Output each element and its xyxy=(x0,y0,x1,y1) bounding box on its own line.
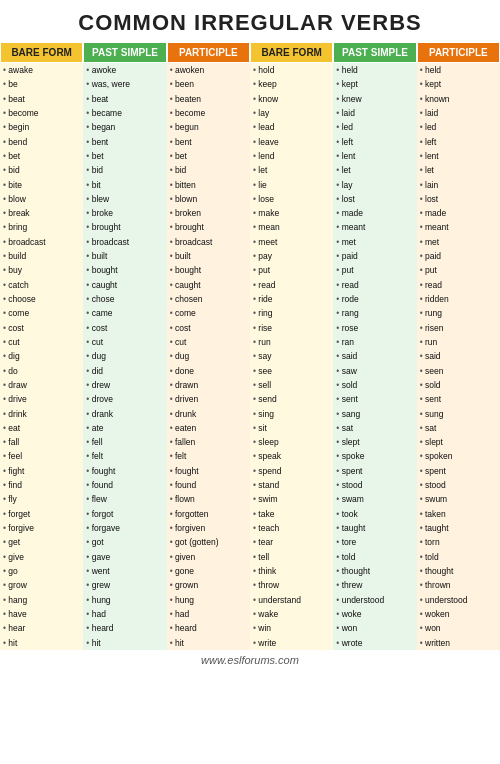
list-item: put xyxy=(333,263,416,277)
list-item: be xyxy=(0,77,83,91)
list-item: pay xyxy=(250,249,333,263)
list-item: broadcast xyxy=(167,235,250,249)
list-item: fallen xyxy=(167,435,250,449)
list-item: understood xyxy=(333,593,416,607)
list-item: spoken xyxy=(417,449,500,463)
list-item: give xyxy=(0,550,83,564)
list-item: speak xyxy=(250,449,333,463)
list-item: heard xyxy=(83,621,166,635)
right-col-headers: BARE FORM PAST SIMPLE PARTICIPLE xyxy=(250,42,500,63)
list-item: forgave xyxy=(83,521,166,535)
list-item: sat xyxy=(333,421,416,435)
list-item: wrote xyxy=(333,636,416,650)
list-item: feel xyxy=(0,449,83,463)
list-item: run xyxy=(250,335,333,349)
list-item: say xyxy=(250,349,333,363)
list-item: broadcast xyxy=(83,235,166,249)
list-item: saw xyxy=(333,364,416,378)
list-item: sold xyxy=(417,378,500,392)
footer: www.eslforums.com xyxy=(0,650,500,670)
list-item: hear xyxy=(0,621,83,635)
list-item: bent xyxy=(83,135,166,149)
list-item: won xyxy=(417,621,500,635)
list-item: got xyxy=(83,535,166,549)
list-item: buy xyxy=(0,263,83,277)
list-item: bid xyxy=(83,163,166,177)
list-item: drew xyxy=(83,378,166,392)
list-item: lost xyxy=(333,192,416,206)
list-item: bet xyxy=(167,149,250,163)
list-item: seen xyxy=(417,364,500,378)
list-item: begin xyxy=(0,120,83,134)
list-item: think xyxy=(250,564,333,578)
list-item: know xyxy=(250,92,333,106)
list-item: fell xyxy=(83,435,166,449)
list-item: come xyxy=(167,306,250,320)
list-item: awake xyxy=(0,63,83,77)
list-item: send xyxy=(250,392,333,406)
list-item: tear xyxy=(250,535,333,549)
list-item: broadcast xyxy=(0,235,83,249)
list-item: made xyxy=(417,206,500,220)
list-item: kept xyxy=(333,77,416,91)
list-item: broke xyxy=(83,206,166,220)
list-item: drove xyxy=(83,392,166,406)
list-item: have xyxy=(0,607,83,621)
list-item: sell xyxy=(250,378,333,392)
list-item: built xyxy=(83,249,166,263)
list-item: drunk xyxy=(167,407,250,421)
list-item: grown xyxy=(167,578,250,592)
list-item: lent xyxy=(417,149,500,163)
list-item: bought xyxy=(167,263,250,277)
list-item: read xyxy=(417,278,500,292)
list-item: stood xyxy=(417,478,500,492)
list-item: hung xyxy=(167,593,250,607)
list-item: fight xyxy=(0,464,83,478)
list-item: ride xyxy=(250,292,333,306)
list-item: meet xyxy=(250,235,333,249)
list-item: caught xyxy=(167,278,250,292)
list-item: stand xyxy=(250,478,333,492)
list-item: rise xyxy=(250,321,333,335)
list-item: awoken xyxy=(167,63,250,77)
list-item: keep xyxy=(250,77,333,91)
right-past-header: PAST SIMPLE xyxy=(333,42,416,63)
list-item: heard xyxy=(167,621,250,635)
list-item: bitten xyxy=(167,178,250,192)
list-item: got (gotten) xyxy=(167,535,250,549)
right-bare-header: BARE FORM xyxy=(250,42,333,63)
list-item: written xyxy=(417,636,500,650)
left-past-header: PAST SIMPLE xyxy=(83,42,166,63)
list-item: forgotten xyxy=(167,507,250,521)
list-item: tore xyxy=(333,535,416,549)
list-item: put xyxy=(250,263,333,277)
list-item: eat xyxy=(0,421,83,435)
list-item: sold xyxy=(333,378,416,392)
list-item: bid xyxy=(167,163,250,177)
list-item: dug xyxy=(167,349,250,363)
list-item: mean xyxy=(250,220,333,234)
list-item: ring xyxy=(250,306,333,320)
list-item: flew xyxy=(83,492,166,506)
list-item: caught xyxy=(83,278,166,292)
list-item: began xyxy=(83,120,166,134)
list-item: bought xyxy=(83,263,166,277)
list-item: kept xyxy=(417,77,500,91)
list-item: swim xyxy=(250,492,333,506)
list-item: rung xyxy=(417,306,500,320)
list-item: taught xyxy=(333,521,416,535)
list-item: awoke xyxy=(83,63,166,77)
list-item: risen xyxy=(417,321,500,335)
list-item: led xyxy=(417,120,500,134)
list-item: thought xyxy=(417,564,500,578)
list-item: forget xyxy=(0,507,83,521)
list-item: paid xyxy=(417,249,500,263)
left-bare-header: BARE FORM xyxy=(0,42,83,63)
list-item: chosen xyxy=(167,292,250,306)
list-item: tell xyxy=(250,550,333,564)
list-item: blown xyxy=(167,192,250,206)
list-item: met xyxy=(417,235,500,249)
list-item: fly xyxy=(0,492,83,506)
list-item: hit xyxy=(167,636,250,650)
list-item: catch xyxy=(0,278,83,292)
